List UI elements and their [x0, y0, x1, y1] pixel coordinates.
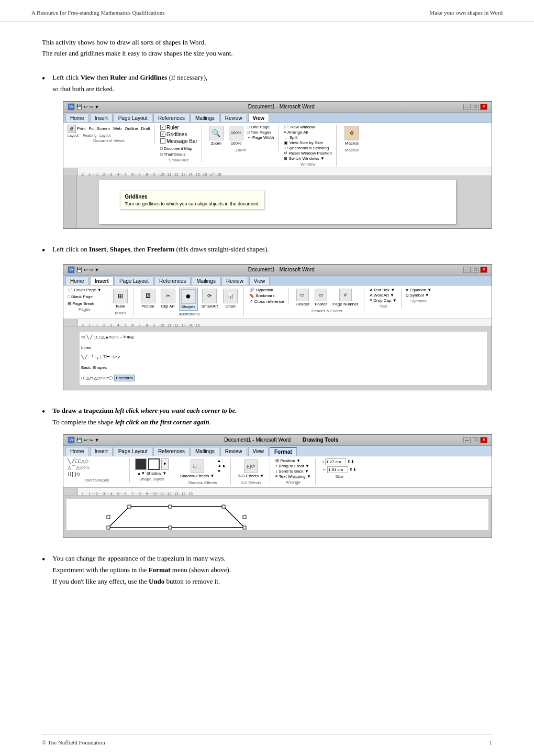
- macros-btn[interactable]: ⚙ Macros: [343, 125, 361, 147]
- tab-mailings-1[interactable]: Mailings: [191, 114, 219, 122]
- tab-format-3[interactable]: Format: [270, 447, 297, 456]
- tab-insert-2[interactable]: Insert: [90, 277, 114, 285]
- style-white[interactable]: [148, 458, 160, 470]
- bookmark-label: 🔖 Bookmark: [249, 293, 284, 298]
- tab-review-1[interactable]: Review: [220, 114, 247, 122]
- tab-pagelayout-2[interactable]: Page Layout: [115, 277, 153, 285]
- smartart-btn[interactable]: ⟳ SmartArt: [200, 288, 220, 310]
- tab-home-2[interactable]: Home: [65, 277, 89, 285]
- style-dark[interactable]: [135, 458, 147, 470]
- restore-btn-3[interactable]: □: [472, 437, 479, 443]
- page-view-btns: □ One Page □ Two Pages ↔ Page Width: [247, 125, 274, 140]
- tab-mailings-3[interactable]: Mailings: [191, 447, 219, 456]
- screenshot-view-ribbon: W 💾 ↩ ↪ ▼ Document1 - Microsoft Word — □…: [63, 101, 492, 229]
- tab-home-1[interactable]: Home: [65, 114, 89, 122]
- minimize-btn-3[interactable]: —: [463, 437, 471, 443]
- messagebar-cb[interactable]: [160, 138, 165, 144]
- tab-home-3[interactable]: Home: [65, 447, 89, 456]
- hf-group-label: Header & Footer: [312, 309, 342, 313]
- shadow-arrows[interactable]: ◄ ►: [217, 464, 226, 468]
- tab-mailings-2[interactable]: Mailings: [192, 277, 220, 285]
- group-symbols: π Equation ▼ Ω Symbol ▼ Symbols: [406, 288, 431, 303]
- tab-review-2[interactable]: Review: [221, 277, 248, 285]
- ruler-cb[interactable]: [160, 125, 165, 130]
- gridlines-checkbox[interactable]: Gridlines: [160, 132, 187, 137]
- handle-tl[interactable]: [128, 505, 131, 508]
- shapes-btn[interactable]: ⬟ Shapes: [179, 288, 198, 311]
- bullet-section-3: • To draw a trapezium left click where y…: [42, 405, 492, 538]
- picture-btn[interactable]: 🖼 Picture: [139, 288, 157, 310]
- tab-pagelayout-1[interactable]: Page Layout: [114, 114, 152, 122]
- tab-pagelayout-3[interactable]: Page Layout: [114, 447, 152, 456]
- shadow-btn[interactable]: □⬚ Shadow Effects ▼: [179, 458, 216, 479]
- width-icon: ↔: [322, 467, 326, 472]
- tab-view-1[interactable]: View: [248, 114, 270, 122]
- zoom-label: Zoom: [211, 141, 221, 146]
- bullet-dot-4: •: [42, 553, 45, 567]
- footer-btn[interactable]: ▭ Footer: [313, 288, 329, 308]
- close-btn-3[interactable]: ✕: [480, 437, 487, 443]
- width-spinner[interactable]: ⬆⬇: [349, 467, 357, 472]
- 3d-btn[interactable]: ◱⟳ 3-D Effects ▼: [236, 458, 265, 479]
- shadow-down[interactable]: ▼: [217, 469, 226, 474]
- height-input[interactable]: [325, 458, 346, 465]
- messagebar-checkbox[interactable]: Message Bar: [160, 138, 197, 144]
- tab-review-3[interactable]: Review: [220, 447, 247, 456]
- minimize-btn[interactable]: —: [463, 104, 471, 110]
- header-btn[interactable]: ▭ Header: [294, 288, 311, 308]
- viewsidebyside-label: ▣ View Side by Side: [284, 140, 331, 145]
- zoom-btn[interactable]: 🔍 Zoom: [207, 125, 225, 147]
- height-row: ↕ ⬆⬇: [322, 458, 357, 465]
- word-app-icon-2: W: [68, 266, 75, 273]
- trapezium-polygon: [108, 507, 244, 528]
- handle-tm[interactable]: [169, 505, 172, 508]
- handle-mr[interactable]: [243, 516, 246, 519]
- restore-btn[interactable]: □: [472, 104, 479, 110]
- tab-references-2[interactable]: References: [154, 277, 191, 285]
- shape-fill-label: ▲▼ Shadow: [137, 471, 161, 476]
- close-btn-2[interactable]: ✕: [480, 267, 487, 273]
- handle-bm[interactable]: [169, 526, 172, 529]
- freeform-item[interactable]: Freeform: [114, 375, 135, 381]
- 3d-group-label: 3-D Effects: [241, 480, 261, 485]
- shapes-row-icons: ▭ ╲ ╱ □□□△▲▿◇○↕↔✛⊕◎: [81, 335, 134, 339]
- macros-group-label: Macros: [345, 148, 359, 152]
- styles-dropdown[interactable]: ▼: [161, 458, 169, 470]
- shadow-up[interactable]: ▲: [217, 458, 226, 463]
- arrangeall-label: ≡ Arrange All: [284, 130, 331, 135]
- links-items: 🔗 Hyperlink 🔖 Bookmark ↗ Cross-reference: [249, 288, 284, 304]
- clip-btn[interactable]: ✂ Clip Art: [159, 288, 177, 310]
- restore-btn-2[interactable]: □: [472, 267, 479, 273]
- table-btn[interactable]: ⊞ Table: [112, 288, 129, 310]
- ruler-checkbox[interactable]: Ruler: [160, 125, 179, 130]
- handle-bl[interactable]: [107, 526, 110, 529]
- minimize-btn-2[interactable]: —: [463, 267, 471, 273]
- pagenumber-btn[interactable]: # Page Number: [331, 288, 360, 308]
- tab-view-2[interactable]: View: [249, 277, 270, 285]
- tab-references-3[interactable]: References: [153, 447, 190, 456]
- zoom100-btn[interactable]: 100% 100%: [227, 125, 245, 147]
- tab-references-1[interactable]: References: [153, 114, 190, 122]
- width-input[interactable]: [327, 466, 348, 473]
- close-btn[interactable]: ✕: [480, 104, 487, 110]
- handle-ml[interactable]: [107, 516, 110, 519]
- split-label: — Split: [284, 135, 331, 140]
- handle-br[interactable]: [243, 526, 246, 529]
- height-spinner[interactable]: ⬆⬇: [347, 459, 354, 464]
- equation-label: π Equation ▼: [406, 288, 431, 292]
- tables-group-label: Tables: [114, 311, 126, 315]
- print-layout-icon: 🖨: [68, 125, 76, 133]
- tab-view-3[interactable]: View: [248, 447, 269, 456]
- tab-insert-1[interactable]: Insert: [90, 114, 113, 122]
- bringfront-label: ↑ Bring to Front ▼: [275, 464, 311, 468]
- chart-btn[interactable]: 📊 Chart: [221, 288, 239, 310]
- handle-tr[interactable]: [222, 505, 225, 508]
- page-header: A Resource for Free-standing Mathematics…: [0, 0, 534, 21]
- gridlines-cb[interactable]: [160, 132, 165, 137]
- tooltip-body-1: Turn on gridlines to which you can align…: [125, 201, 260, 206]
- drawing-tools-label: Drawing Tools: [303, 437, 338, 443]
- tooltip-title-1: Gridlines: [125, 194, 260, 200]
- view-btns: 🖨 Print Full Screen Web Outline Draft La…: [68, 125, 150, 137]
- tab-insert-3[interactable]: Insert: [90, 447, 113, 456]
- symbols-items: π Equation ▼ Ω Symbol ▼: [406, 288, 431, 298]
